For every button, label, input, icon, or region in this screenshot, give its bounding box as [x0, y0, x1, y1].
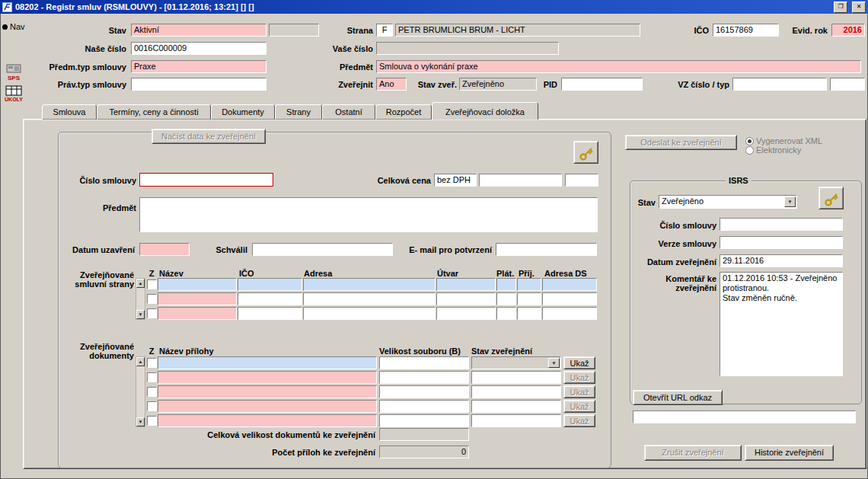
dokumenty-row3-nazev-field[interactable]	[158, 385, 377, 398]
url-field[interactable]	[633, 410, 856, 423]
strany-row2-utvar-field[interactable]	[436, 292, 496, 305]
strany-row2-checkbox[interactable]	[147, 294, 157, 304]
tab-zverejnovaci-dolozka[interactable]: Zveřejňovací doložka	[432, 102, 538, 120]
close-icon[interactable]: ✕	[852, 2, 866, 13]
tab-smlouva[interactable]: Smlouva	[42, 104, 97, 120]
strany-row3-checkbox[interactable]	[147, 308, 157, 318]
strany-row3-utvar-field[interactable]	[436, 307, 496, 320]
otevrit-url-button[interactable]: Otevřít URL odkaz	[633, 390, 723, 405]
datum-uzavreni-field[interactable]	[139, 243, 190, 256]
historie-zverejneni-button[interactable]: Historie zveřejnění	[745, 445, 834, 461]
nacist-data-button[interactable]: Načíst data ke zveřejnění	[152, 129, 266, 144]
pid-field[interactable]	[561, 78, 643, 91]
strany-row2-plat-field[interactable]	[496, 292, 516, 305]
dokumenty-scrollbar[interactable]: ▲ ▼	[136, 356, 145, 427]
ukaz-button-5[interactable]: Ukaž	[563, 414, 595, 427]
dokumenty-row4-nazev-field[interactable]	[158, 400, 377, 413]
restore-icon[interactable]: ❐	[834, 2, 847, 13]
prav-typ-field[interactable]	[131, 78, 266, 91]
ukaz-button-3[interactable]: Ukaž	[563, 385, 595, 398]
strany-row3-plat-field[interactable]	[496, 307, 516, 320]
isrs-verze-smlouvy-field[interactable]	[720, 236, 843, 249]
dokumenty-row1-checkbox[interactable]	[147, 358, 157, 368]
zrusit-zverejneni-button[interactable]: Zrušit zveřejnění	[644, 445, 742, 461]
dokumenty-row5-velikost-field[interactable]	[379, 414, 469, 427]
strany-row3-ico-field[interactable]	[238, 307, 302, 320]
dokumenty-row3-stav-field[interactable]	[471, 385, 561, 398]
dokumenty-row1-velikost-field[interactable]	[379, 356, 469, 369]
dokumenty-row5-nazev-field[interactable]	[158, 414, 377, 427]
tab-rozpocet[interactable]: Rozpočet	[375, 104, 432, 120]
dokumenty-row4-stav-field[interactable]	[471, 400, 561, 413]
dropdown-arrow-icon[interactable]: ▼	[784, 196, 796, 207]
tab-dokumenty[interactable]: Dokumenty	[211, 104, 275, 120]
scroll-down-icon[interactable]: ▼	[136, 417, 145, 426]
strany-row2-ico-field[interactable]	[238, 292, 302, 305]
strany-row3-nazev-field[interactable]	[158, 307, 237, 320]
zverejnit-field[interactable]: Ano	[376, 78, 407, 91]
nase-cislo-field[interactable]: 0016C000009	[131, 42, 266, 55]
ukoly-icon[interactable]: ÚKOLY	[3, 85, 24, 102]
isrs-datum-zverejneni-field[interactable]: 29.11.2016	[720, 254, 843, 267]
strany-row1-prij-field[interactable]	[517, 278, 541, 291]
celkova-cena-field-1[interactable]	[479, 174, 562, 187]
dokumenty-row4-velikost-field[interactable]	[379, 400, 469, 413]
dokumenty-row4-checkbox[interactable]	[147, 401, 157, 411]
strany-row2-prij-field[interactable]	[517, 292, 541, 305]
dokumenty-row2-checkbox[interactable]	[147, 372, 157, 382]
strany-row1-adresa-field[interactable]	[303, 278, 436, 291]
ukaz-button-4[interactable]: Ukaž	[563, 400, 595, 413]
predmet-textarea[interactable]	[139, 197, 598, 232]
radio-elektronicky[interactable]	[745, 146, 754, 155]
dokumenty-row5-checkbox[interactable]	[147, 416, 157, 426]
key-button-right[interactable]	[819, 187, 844, 209]
sps-icon[interactable]: SPS	[3, 64, 24, 81]
strany-row1-utvar-field[interactable]	[436, 278, 496, 291]
stav-field[interactable]: Aktivní	[131, 24, 266, 37]
scroll-up-icon[interactable]: ▲	[136, 279, 145, 288]
dph-field[interactable]: bez DPH	[434, 174, 477, 187]
nav-indicator[interactable]: Nav	[2, 22, 25, 31]
cislo-smlouvy-field[interactable]	[139, 173, 273, 187]
dokumenty-row2-stav-field[interactable]	[471, 371, 561, 384]
strany-row3-adresa-ds-field[interactable]	[542, 307, 597, 320]
strany-row2-adresa-field[interactable]	[303, 292, 436, 305]
tab-ostatni[interactable]: Ostatní	[322, 104, 375, 120]
tab-strany[interactable]: Strany	[275, 104, 322, 120]
dokumenty-row1-nazev-field[interactable]	[158, 356, 377, 369]
strany-scrollbar[interactable]: ▲ ▼	[136, 278, 145, 320]
schvalil-field[interactable]	[252, 243, 393, 256]
dokumenty-row1-stav-combobox[interactable]: ▼	[471, 356, 561, 369]
scroll-down-icon[interactable]: ▼	[136, 310, 145, 319]
scroll-up-icon[interactable]: ▲	[136, 357, 145, 366]
isrs-stav-combobox[interactable]: Zveřejněno▼	[659, 195, 797, 209]
ukaz-button-2[interactable]: Ukaž	[563, 371, 595, 384]
key-button-left[interactable]	[573, 141, 598, 164]
strany-row1-adresa-ds-field[interactable]	[542, 278, 597, 291]
strany-row1-nazev-field[interactable]	[158, 278, 237, 291]
dokumenty-row3-checkbox[interactable]	[147, 387, 157, 397]
strany-row1-plat-field[interactable]	[496, 278, 516, 291]
predm-typ-field[interactable]: Praxe	[131, 60, 266, 73]
strana-code-field[interactable]: F	[376, 24, 393, 37]
dokumenty-row2-velikost-field[interactable]	[379, 371, 469, 384]
strany-row2-nazev-field[interactable]	[158, 292, 237, 305]
tab-terminy[interactable]: Termíny, ceny a činnosti	[97, 104, 211, 120]
dokumenty-row5-stav-field[interactable]	[471, 414, 561, 427]
dokumenty-row3-velikost-field[interactable]	[379, 385, 469, 398]
isrs-cislo-smlouvy-field[interactable]	[720, 218, 843, 231]
predmet-header-field[interactable]: Smlouva o vykonání praxe	[376, 60, 861, 73]
dropdown-arrow-icon[interactable]: ▼	[548, 358, 560, 368]
strany-row1-checkbox[interactable]	[147, 279, 157, 289]
isrs-komentar-textarea[interactable]: 01.12.2016 10:53 - Zveřejněno protistran…	[720, 272, 843, 376]
strany-row2-adresa-ds-field[interactable]	[542, 292, 597, 305]
strany-row1-ico-field[interactable]	[238, 278, 302, 291]
celkova-cena-field-2[interactable]	[565, 174, 598, 187]
evid-rok-field[interactable]: 2016	[831, 24, 865, 37]
radio-vygenerovat-xml[interactable]	[745, 137, 754, 145]
strany-row3-prij-field[interactable]	[517, 307, 541, 320]
ukaz-button-1[interactable]: Ukaž	[563, 356, 595, 369]
odeslat-button[interactable]: Odeslat ke zveřejnění	[625, 135, 737, 150]
ico-field[interactable]: 16157869	[713, 24, 779, 37]
vz-cislo-field-1[interactable]	[732, 78, 827, 91]
